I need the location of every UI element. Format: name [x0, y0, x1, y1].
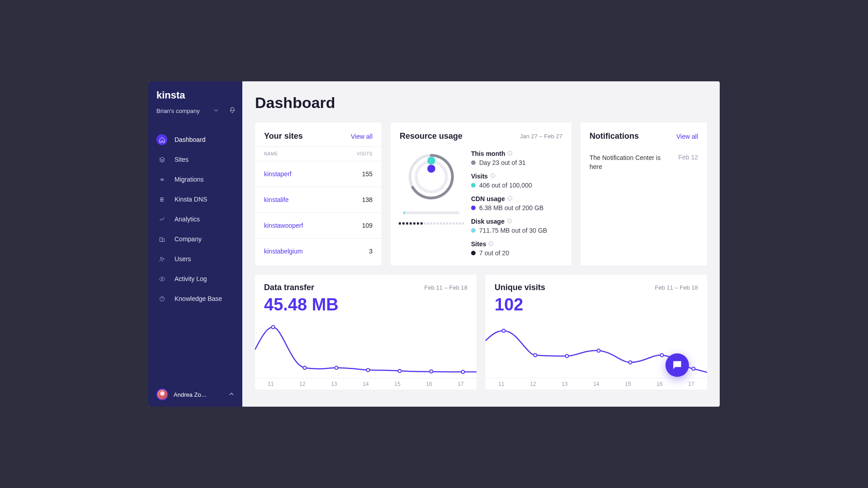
svg-point-22 [597, 349, 600, 352]
svg-point-25 [692, 367, 695, 371]
sidebar-item-activity[interactable]: Activity Log [148, 269, 242, 289]
svg-point-0 [160, 257, 162, 259]
your-sites-card: Your sites View all NAME VISITS kinstape… [255, 122, 382, 266]
sidebar-item-sites[interactable]: Sites [148, 150, 242, 169]
info-icon[interactable] [488, 240, 494, 248]
notification-date: Feb 12 [678, 154, 698, 171]
home-icon [156, 134, 167, 145]
view-all-link[interactable]: View all [676, 133, 698, 140]
sidebar-item-label: Sites [175, 156, 189, 163]
sidebar-item-label: Dashboard [175, 136, 206, 143]
date-range: Feb 11 – Feb 18 [655, 284, 698, 291]
card-title: Resource usage [400, 131, 462, 141]
svg-point-19 [502, 329, 505, 333]
company-selector[interactable]: Brian's company [148, 104, 242, 123]
site-link[interactable]: kinstalife [264, 196, 288, 203]
metric-visits-value: 406 out of 100,000 [479, 182, 532, 189]
date-range: Feb 11 – Feb 18 [425, 284, 467, 291]
disk-usage-bar [403, 211, 459, 214]
svg-point-24 [660, 354, 664, 357]
usage-gauge [405, 150, 458, 203]
company-name: Brian's company [156, 108, 200, 114]
sidebar-item-dns[interactable]: Kinsta DNS [148, 189, 242, 209]
chevron-up-icon [229, 391, 234, 398]
dns-icon [156, 194, 167, 205]
resource-usage-card: Resource usage Jan 27 – Feb 27 [391, 122, 571, 266]
sidebar-item-label: Activity Log [175, 275, 207, 282]
company-icon [156, 234, 167, 244]
metric-disk-label: Disk usage [471, 218, 505, 225]
sidebar-item-migrations[interactable]: Migrations [148, 169, 242, 189]
svg-point-17 [430, 370, 433, 373]
sites-table-header: NAME VISITS [255, 146, 382, 161]
sidebar-item-label: Knowledge Base [175, 295, 222, 302]
svg-point-1 [161, 278, 162, 279]
svg-point-13 [303, 366, 307, 370]
chart-title: Unique visits [495, 283, 545, 292]
metric-visits-label: Visits [471, 173, 488, 180]
svg-point-20 [534, 354, 537, 357]
col-visits: VISITS [357, 151, 373, 156]
table-row: kinstabelgium 3 [255, 239, 382, 264]
info-icon[interactable] [507, 195, 513, 202]
chevron-down-icon [213, 108, 219, 114]
metric-this-month-label: This month [471, 150, 505, 157]
svg-point-14 [335, 366, 338, 370]
chart-title: Data transfer [264, 283, 314, 292]
sidebar-item-label: Analytics [175, 216, 200, 223]
svg-point-15 [367, 369, 370, 372]
site-visits: 109 [362, 222, 373, 229]
info-icon[interactable] [507, 218, 512, 225]
info-icon[interactable] [507, 150, 513, 157]
bell-icon[interactable] [229, 107, 236, 115]
sidebar-item-label: Kinsta DNS [175, 196, 207, 203]
avatar [156, 389, 168, 400]
svg-point-18 [462, 371, 465, 374]
sites-usage-dots [399, 222, 464, 225]
user-name: Andrea Zo… [174, 391, 207, 398]
site-link[interactable]: kinstabelgium [264, 248, 303, 255]
site-visits: 155 [362, 170, 373, 178]
date-range: Jan 27 – Feb 27 [520, 133, 562, 140]
metric-disk-value: 711.75 MB out of 30 GB [479, 227, 547, 234]
site-link[interactable]: kinstaperf [264, 170, 292, 178]
x-axis: 11 12 13 14 15 16 17 [255, 378, 476, 389]
svg-point-5 [427, 157, 435, 165]
metric-sites-value: 7 out of 20 [479, 249, 509, 257]
migrations-icon [156, 174, 167, 185]
metric-cdn-value: 6.38 MB out of 200 GB [479, 204, 543, 211]
sidebar-item-dashboard[interactable]: Dashboard [148, 130, 242, 150]
main: Dashboard Your sites View all NAME VISIT… [242, 81, 720, 407]
svg-point-12 [272, 326, 275, 329]
table-row: kinstawooperf 109 [255, 213, 382, 239]
svg-point-21 [566, 355, 569, 358]
sidebar-item-label: Company [175, 235, 202, 243]
brand-logo: kinsta [148, 81, 242, 104]
col-name: NAME [264, 151, 278, 156]
data-transfer-value: 45.48 MB [255, 292, 476, 314]
metric-cdn-label: CDN usage [471, 195, 505, 202]
card-title: Notifications [590, 131, 639, 141]
notification-item[interactable]: The Notification Center is here Feb 12 [580, 146, 707, 171]
x-axis: 11 12 13 14 15 16 17 [486, 378, 707, 389]
info-icon[interactable] [490, 173, 495, 180]
sidebar-item-analytics[interactable]: Analytics [148, 209, 242, 229]
sidebar-item-knowledge[interactable]: Knowledge Base [148, 289, 242, 309]
svg-point-16 [398, 370, 401, 373]
metric-this-month-value: Day 23 out of 31 [479, 159, 526, 166]
site-link[interactable]: kinstawooperf [264, 222, 303, 229]
sidebar-item-label: Migrations [175, 176, 204, 183]
chat-button[interactable] [665, 353, 689, 377]
site-visits: 3 [369, 248, 373, 255]
sidebar-item-company[interactable]: Company [148, 229, 242, 249]
help-icon [156, 293, 167, 304]
metric-sites-label: Sites [471, 240, 486, 248]
data-transfer-chart [255, 323, 476, 377]
notification-title: The Notification Center is here [590, 154, 662, 171]
user-menu[interactable]: Andrea Zo… [148, 382, 242, 407]
notifications-card: Notifications View all The Notification … [580, 122, 707, 266]
card-title: Your sites [264, 131, 303, 141]
view-all-link[interactable]: View all [351, 133, 373, 140]
sidebar: kinsta Brian's company Dashboard Site [148, 81, 242, 407]
sidebar-item-users[interactable]: Users [148, 249, 242, 269]
